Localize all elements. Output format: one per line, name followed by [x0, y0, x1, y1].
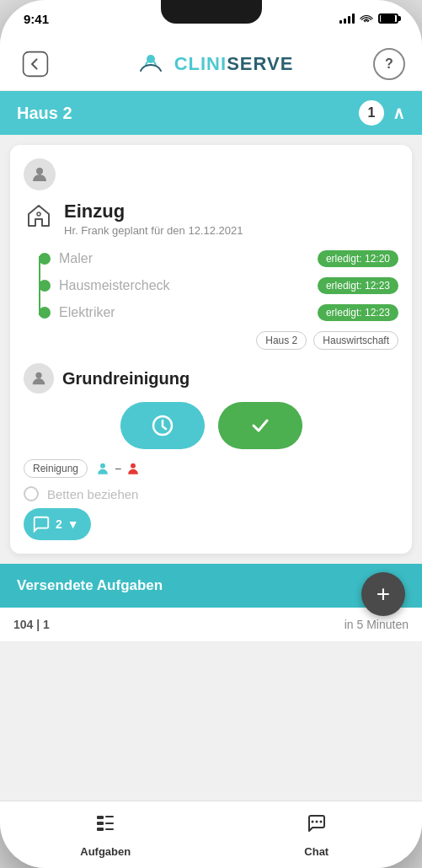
- bottom-nav: Aufgaben Chat: [0, 801, 422, 868]
- minus-icon: −: [115, 462, 121, 475]
- notch: [161, 0, 262, 24]
- nav-label-chat: Chat: [304, 845, 329, 858]
- task-name-maler: Maler: [59, 251, 93, 266]
- person1-icon: [94, 460, 111, 477]
- movein-section: Einzug Hr. Frank geplant für den 12.12.2…: [24, 201, 398, 237]
- svg-rect-0: [24, 51, 48, 76]
- svg-point-2: [36, 168, 43, 174]
- task-preview-code: 104 | 1: [13, 618, 50, 631]
- app-header: CLINISERVE ?: [0, 37, 422, 91]
- movein-subtitle: Hr. Frank geplant für den 12.12.2021: [64, 224, 243, 237]
- hauswirtschaft-tag: Hauswirtschaft: [313, 331, 398, 350]
- bottom-section: Versendete Aufgaben +: [0, 564, 422, 608]
- versendete-title: Versendete Aufgaben: [17, 577, 163, 594]
- section-badge: 1: [359, 100, 384, 126]
- back-button[interactable]: [17, 46, 54, 83]
- check-icon: [248, 414, 272, 437]
- check-button[interactable]: [218, 402, 302, 449]
- task-preview-row: 104 | 1 in 5 Minuten: [0, 608, 422, 641]
- main-content: Einzug Hr. Frank geplant für den 12.12.2…: [0, 135, 422, 801]
- grundreinigung-avatar: [24, 363, 54, 394]
- task-row: Maler erledigt: 12:20: [39, 250, 398, 267]
- clock-button[interactable]: [120, 402, 205, 449]
- task-card: Einzug Hr. Frank geplant für den 12.12.2…: [10, 145, 412, 554]
- haus-tags-row: Haus 2 Hauswirtschaft: [24, 331, 398, 350]
- nav-label-aufgaben: Aufgaben: [80, 845, 131, 858]
- section-badge-area: 1 ∧: [359, 100, 405, 126]
- section-title: Haus 2: [17, 104, 72, 123]
- reinigung-row: Reinigung −: [24, 459, 398, 478]
- task-row: Elektriker erledigt: 12:23: [39, 304, 398, 321]
- erledigt-badge-elektriker: erledigt: 12:23: [318, 304, 398, 321]
- nav-item-chat[interactable]: Chat: [211, 806, 423, 865]
- comment-count: 2: [56, 517, 62, 531]
- action-buttons: [24, 402, 398, 449]
- phone-frame: 9:41: [0, 0, 422, 868]
- chat-icon: [305, 812, 329, 842]
- grundreinigung-header: Grundreinigung: [24, 363, 398, 394]
- status-icons: [339, 12, 398, 25]
- wifi-icon: [360, 12, 373, 25]
- erledigt-badge-maler: erledigt: 12:20: [318, 250, 398, 267]
- svg-point-3: [37, 212, 40, 216]
- task-name-elektriker: Elektriker: [59, 305, 115, 320]
- avatar: [24, 158, 56, 190]
- svg-point-4: [35, 372, 41, 378]
- comment-chevron: ▼: [67, 517, 79, 531]
- movein-title: Einzug: [64, 201, 243, 222]
- chevron-up-icon[interactable]: ∧: [393, 103, 405, 123]
- svg-point-7: [131, 463, 136, 469]
- logo-serve: SERVE: [227, 53, 293, 74]
- svg-point-6: [100, 463, 105, 469]
- haus2-tag: Haus 2: [256, 331, 307, 350]
- person2-icon: [125, 460, 142, 477]
- sub-task-name: Betten beziehen: [47, 487, 138, 501]
- svg-rect-13: [105, 828, 114, 830]
- movein-text: Einzug Hr. Frank geplant für den 12.12.2…: [64, 201, 243, 237]
- help-button[interactable]: ?: [373, 48, 405, 80]
- task-row: Hausmeistercheck erledigt: 12:23: [39, 277, 398, 294]
- svg-rect-10: [97, 822, 104, 825]
- sub-task-circle: [24, 486, 39, 501]
- svg-point-15: [315, 820, 318, 822]
- fab-button[interactable]: +: [361, 572, 405, 616]
- logo-text: CLINISERVE: [174, 53, 294, 75]
- aufgaben-icon: [93, 812, 117, 842]
- battery-icon: [378, 13, 398, 24]
- comment-button[interactable]: 2 ▼: [24, 508, 91, 540]
- task-name-hausmeister: Hausmeistercheck: [59, 278, 170, 293]
- reinigung-badge: Reinigung: [24, 459, 88, 478]
- avatar-row: [24, 158, 398, 190]
- svg-point-14: [311, 820, 313, 822]
- signal-bars-icon: [339, 13, 355, 24]
- status-time: 9:41: [24, 12, 49, 26]
- sub-task-row: Betten beziehen: [24, 486, 398, 501]
- logo-clini: CLINI: [174, 53, 227, 74]
- section-header: Haus 2 1 ∧: [0, 91, 422, 135]
- svg-rect-12: [97, 828, 104, 831]
- user-icons: −: [94, 460, 142, 477]
- grundreinigung-title: Grundreinigung: [62, 369, 190, 388]
- logo-icon: [134, 47, 168, 81]
- svg-rect-9: [105, 816, 114, 817]
- logo: CLINISERVE: [134, 47, 294, 81]
- grundreinigung-section: Grundreinigung: [24, 356, 398, 540]
- house-icon: [24, 201, 54, 231]
- clock-icon: [151, 414, 174, 437]
- comment-icon: [32, 515, 51, 533]
- task-preview-time: in 5 Minuten: [345, 618, 409, 631]
- svg-rect-11: [105, 822, 114, 824]
- back-icon: [22, 51, 49, 78]
- task-list: Maler erledigt: 12:20 Hausmeistercheck e…: [39, 250, 398, 321]
- erledigt-badge-hausmeister: erledigt: 12:23: [318, 277, 398, 294]
- svg-rect-8: [97, 816, 104, 819]
- nav-item-aufgaben[interactable]: Aufgaben: [0, 806, 211, 865]
- svg-point-16: [319, 820, 322, 822]
